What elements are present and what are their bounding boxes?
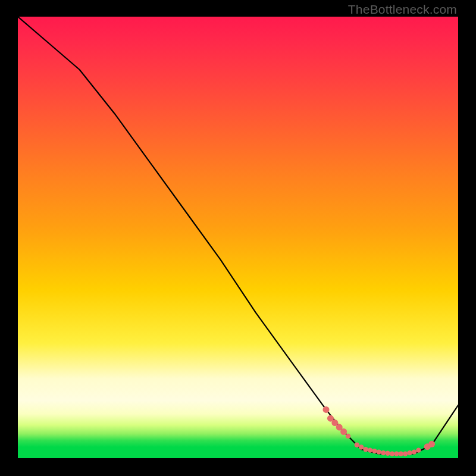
highlight-dot	[407, 450, 412, 455]
highlight-dot	[412, 449, 416, 454]
highlight-dot	[359, 444, 364, 449]
curve-layer	[18, 17, 458, 458]
highlight-dots	[323, 406, 436, 456]
watermark-text: TheBottleneck.com	[348, 2, 457, 17]
highlight-dot	[377, 449, 381, 454]
highlight-dot	[372, 449, 377, 453]
highlight-dot	[363, 447, 368, 452]
bottleneck-curve	[18, 17, 458, 454]
highlight-dot	[403, 451, 408, 456]
highlight-dot	[385, 451, 390, 456]
highlight-dot	[399, 451, 403, 456]
chart-frame: TheBottleneck.com	[0, 0, 476, 476]
highlight-dot	[340, 428, 347, 435]
highlight-dot	[355, 443, 359, 447]
highlight-dot	[368, 447, 372, 452]
highlight-dot	[346, 434, 350, 439]
plot-area	[18, 17, 458, 458]
highlight-dot	[428, 441, 435, 447]
highlight-dot	[323, 406, 330, 413]
highlight-dot	[394, 451, 399, 456]
highlight-dot	[390, 451, 394, 456]
highlight-dot	[416, 447, 421, 452]
highlight-dot	[381, 450, 386, 455]
